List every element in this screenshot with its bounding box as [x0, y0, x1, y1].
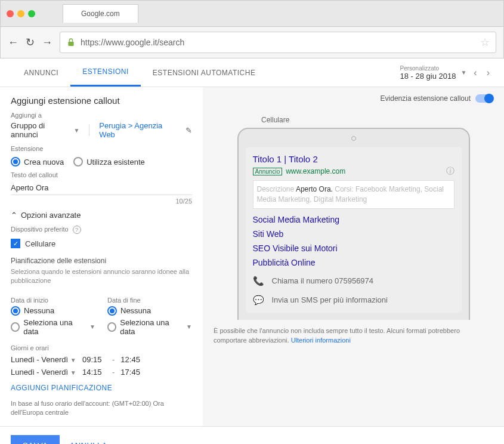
timezone-note: In base al fuso orario dell'account: (GM… — [11, 399, 192, 418]
url-text: https://www.google.it/search — [81, 38, 475, 47]
callout-text-label: Testo del callout — [11, 171, 192, 178]
tab-auto-extensions[interactable]: ESTENSIONI AUTOMATICHE — [141, 60, 268, 86]
radio-use-existing-label: Utilizza esistente — [86, 158, 145, 166]
phone-preview: Titolo 1 | Titolo 2 Annuncio www.example… — [237, 128, 470, 320]
schedule-row: Lunedì - Venerdì ▼ 14:15 - 17:45 — [11, 368, 192, 377]
info-icon: ⓘ — [446, 166, 454, 177]
schedule-start-time[interactable]: 14:15 — [82, 368, 106, 377]
preview-device-label: Cellulare — [261, 116, 493, 124]
highlight-toggle[interactable] — [475, 94, 493, 103]
star-icon[interactable]: ☆ — [480, 36, 490, 49]
mobile-checkbox[interactable]: ✓ — [11, 239, 20, 248]
minimize-window-icon[interactable] — [17, 10, 24, 17]
add-to-dropdown[interactable]: Gruppo di annunci ▼ — [11, 121, 79, 139]
radio-end-select-date[interactable]: Seleziona una data ▼ — [107, 318, 192, 336]
add-to-label: Aggiungi a — [11, 112, 192, 119]
chevron-left-icon[interactable]: ‹ — [471, 67, 479, 78]
date-range-value: 18 - 28 giu 2018 — [400, 72, 456, 81]
divider — [89, 124, 89, 136]
save-button[interactable]: SALVA — [11, 435, 60, 444]
char-count: 10/25 — [11, 198, 192, 205]
end-date-label: Data di fine — [107, 297, 192, 304]
date-range-label: Personalizzato — [400, 65, 456, 72]
chevron-right-icon[interactable]: › — [484, 67, 492, 78]
radio-use-existing[interactable]: Utilizza esistente — [73, 157, 145, 166]
reload-icon[interactable]: ↻ — [26, 36, 35, 49]
days-hours-label: Giorni e orari — [11, 344, 192, 352]
schedule-day-dropdown[interactable]: Lunedì - Venerdì ▼ — [11, 355, 76, 364]
phone-camera-icon — [351, 136, 356, 141]
radio-create-new-label: Crea nuova — [24, 158, 64, 166]
ad-sitelink: Social Media Marketing — [253, 215, 454, 224]
extension-label: Estensione — [11, 145, 192, 152]
tab-extensions[interactable]: ESTENSIONI — [70, 58, 141, 87]
phone-icon: 📞 — [253, 276, 264, 286]
mobile-checkbox-label: Cellulare — [25, 239, 55, 248]
breadcrumb-link[interactable]: Perugia > Agenzia Web — [99, 121, 177, 139]
radio-none-label: Nessuna — [120, 306, 151, 315]
forward-icon[interactable]: → — [42, 36, 52, 49]
ad-description: Descrizione Aperto Ora. Corsi: Facebook … — [253, 180, 454, 209]
url-input[interactable]: https://www.google.it/search ☆ — [60, 32, 496, 53]
ad-sitelink: Pubblicità Online — [253, 258, 454, 267]
ad-url: www.example.com — [286, 167, 345, 175]
ad-sitelink: Siti Web — [253, 229, 454, 239]
schedule-end-time[interactable]: 17:45 — [120, 368, 144, 377]
advanced-toggle[interactable]: ⌃ Opzioni avanzate — [11, 211, 192, 220]
highlight-toggle-label: Evidenzia estensione callout — [381, 94, 471, 103]
ad-sitelink: SEO Visibile sui Motori — [253, 243, 454, 253]
ad-title: Titolo 1 | Titolo 2 — [253, 154, 454, 164]
browser-tab[interactable]: Google.com — [63, 4, 138, 23]
preview-note: È possibile che l'annuncio non includa s… — [214, 326, 482, 346]
schedule-row: Lunedì - Venerdì ▼ 09:15 - 12:45 — [11, 355, 192, 364]
radio-start-none[interactable]: Nessuna — [11, 306, 95, 316]
preferred-device-label: Dispositivo preferito ? — [11, 226, 192, 234]
ad-sms-text: Invia un SMS per più informazioni — [272, 295, 388, 304]
callout-text-input[interactable]: Aperto Ora — [11, 181, 192, 195]
pencil-icon[interactable]: ✎ — [185, 126, 192, 135]
more-info-link[interactable]: Ulteriori informazioni — [291, 337, 351, 344]
scheduling-desc: Seleziona quando le estensioni annuncio … — [11, 267, 192, 286]
radio-select-date-label: Seleziona una data — [120, 318, 183, 336]
schedule-end-time[interactable]: 12:45 — [120, 355, 144, 364]
lock-icon — [66, 38, 76, 47]
radio-none-label: Nessuna — [24, 306, 54, 315]
radio-end-none[interactable]: Nessuna — [107, 306, 192, 316]
schedule-start-time[interactable]: 09:15 — [82, 355, 106, 364]
maximize-window-icon[interactable] — [28, 10, 35, 17]
caret-down-icon: ▼ — [89, 323, 95, 330]
chevron-up-icon: ⌃ — [11, 211, 17, 220]
window-controls: Google.com — [1, 1, 503, 26]
radio-select-date-label: Seleziona una data — [23, 318, 86, 336]
scheduling-title: Pianificazione delle estensioni — [11, 257, 192, 265]
cancel-button[interactable]: ANNULLA — [69, 441, 107, 444]
caret-down-icon: ▼ — [74, 127, 80, 134]
ad-call-text: Chiama il numero 075956974 — [272, 276, 374, 285]
date-range-picker[interactable]: Personalizzato 18 - 28 giu 2018 ▼ ‹ › — [400, 60, 492, 85]
page-title: Aggiungi estensione callout — [11, 95, 192, 106]
add-to-value: Gruppo di annunci — [11, 121, 72, 139]
add-schedule-link[interactable]: AGGIUNGI PIANIFICAZIONE — [11, 384, 192, 392]
radio-start-select-date[interactable]: Seleziona una data ▼ — [11, 318, 95, 336]
back-icon[interactable]: ← — [8, 36, 18, 49]
svg-rect-0 — [68, 42, 73, 46]
schedule-day-dropdown[interactable]: Lunedì - Venerdì ▼ — [11, 368, 76, 377]
radio-create-new[interactable]: Crea nuova — [11, 157, 64, 166]
advanced-label: Opzioni avanzate — [21, 211, 81, 220]
tab-ads[interactable]: ANNUNCI — [12, 60, 70, 86]
close-window-icon[interactable] — [7, 10, 14, 17]
start-date-label: Data di inizio — [11, 297, 95, 304]
ad-badge: Annuncio — [253, 168, 283, 175]
caret-down-icon: ▼ — [460, 69, 466, 76]
help-icon[interactable]: ? — [73, 226, 81, 234]
sms-icon: 💬 — [253, 295, 264, 306]
caret-down-icon: ▼ — [186, 323, 192, 330]
